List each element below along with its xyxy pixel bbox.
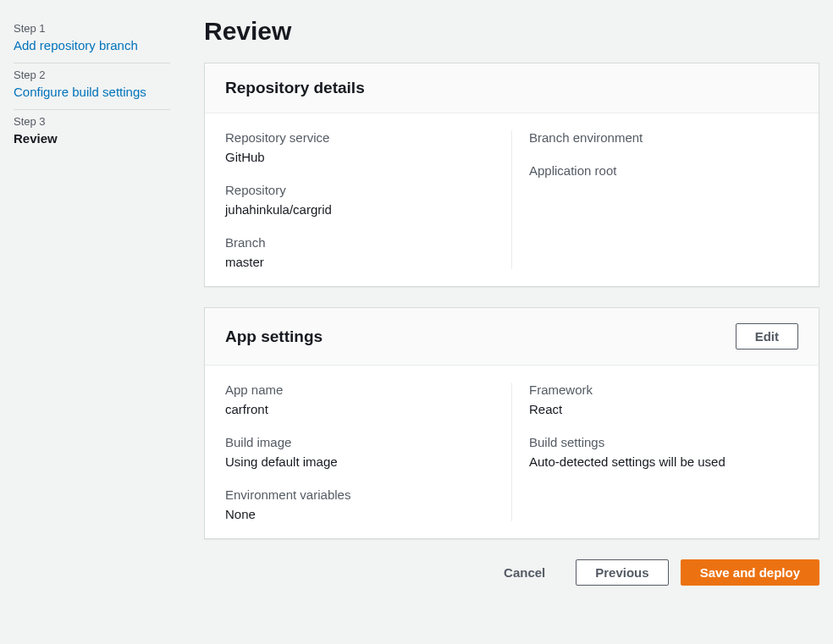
page-title: Review	[204, 17, 819, 46]
left-column: Repository service GitHub Repository juh…	[225, 130, 511, 269]
step-2-title[interactable]: Configure build settings	[14, 85, 170, 99]
field-value: juhahinkula/cargrid	[225, 202, 494, 217]
build-image-field: Build image Using default image	[225, 435, 494, 469]
step-label: Step 1	[14, 22, 170, 35]
field-label: Branch	[225, 235, 494, 250]
framework-field: Framework React	[529, 383, 798, 416]
field-label: Repository	[225, 183, 494, 197]
field-value: None	[225, 507, 494, 521]
card-body: App name carfront Build image Using defa…	[205, 366, 819, 538]
card-header: App settings Edit	[205, 308, 819, 366]
save-and-deploy-button[interactable]: Save and deploy	[681, 559, 819, 586]
column-divider	[511, 130, 512, 269]
card-title: App settings	[225, 328, 323, 346]
step-1-title[interactable]: Add repository branch	[14, 38, 170, 52]
main-content: Review Repository details Repository ser…	[204, 17, 819, 586]
repository-details-card: Repository details Repository service Gi…	[204, 63, 819, 287]
edit-button[interactable]: Edit	[736, 323, 798, 350]
column-divider	[511, 383, 512, 521]
field-label: App name	[225, 383, 494, 397]
build-settings-field: Build settings Auto-detected settings wi…	[529, 435, 798, 469]
environment-variables-field: Environment variables None	[225, 487, 494, 521]
field-label: Branch environment	[529, 130, 798, 145]
left-column: App name carfront Build image Using defa…	[225, 383, 511, 521]
card-body: Repository service GitHub Repository juh…	[205, 113, 819, 286]
step-3: Step 3 Review	[14, 110, 170, 156]
step-3-title: Review	[14, 131, 170, 146]
app-name-field: App name carfront	[225, 383, 494, 416]
card-title: Repository details	[225, 79, 365, 97]
field-value: Using default image	[225, 454, 494, 469]
right-column: Branch environment Application root	[529, 130, 798, 269]
field-label: Build image	[225, 435, 494, 449]
field-label: Framework	[529, 383, 798, 397]
field-label: Application root	[529, 163, 798, 178]
field-label: Environment variables	[225, 487, 494, 502]
step-label: Step 3	[14, 115, 170, 128]
field-value: Auto-detected settings will be used	[529, 454, 798, 469]
page-container: Step 1 Add repository branch Step 2 Conf…	[0, 0, 833, 603]
right-column: Framework React Build settings Auto-dete…	[529, 383, 798, 521]
field-value: master	[225, 255, 494, 269]
step-1: Step 1 Add repository branch	[14, 17, 170, 63]
wizard-sidebar: Step 1 Add repository branch Step 2 Conf…	[14, 17, 170, 586]
field-label: Build settings	[529, 435, 798, 449]
field-value: GitHub	[225, 150, 494, 164]
field-value: carfront	[225, 402, 494, 416]
cancel-button[interactable]: Cancel	[485, 560, 564, 585]
previous-button[interactable]: Previous	[576, 559, 668, 586]
footer-actions: Cancel Previous Save and deploy	[204, 559, 819, 586]
branch-field: Branch master	[225, 235, 494, 269]
step-label: Step 2	[14, 69, 170, 81]
repository-service-field: Repository service GitHub	[225, 130, 494, 164]
card-header: Repository details	[205, 63, 819, 113]
field-label: Repository service	[225, 130, 494, 145]
field-value: React	[529, 402, 798, 416]
application-root-field: Application root	[529, 163, 798, 178]
branch-environment-field: Branch environment	[529, 130, 798, 145]
app-settings-card: App settings Edit App name carfront Buil…	[204, 307, 819, 539]
step-2: Step 2 Configure build settings	[14, 63, 170, 110]
repository-field: Repository juhahinkula/cargrid	[225, 183, 494, 217]
